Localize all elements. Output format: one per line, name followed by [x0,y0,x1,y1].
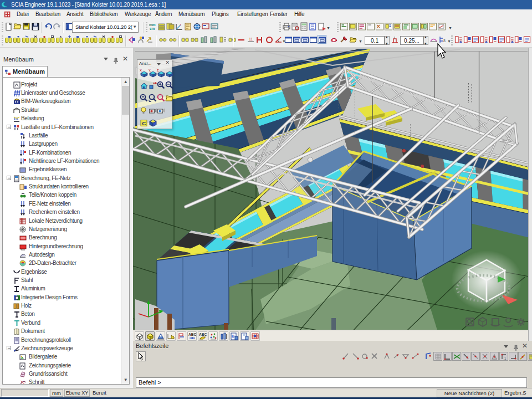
svg-text:B: B [232,334,234,338]
svg-text:ABC: ABC [188,332,196,336]
svg-text:11: 11 [249,37,253,41]
svg-text:8: 8 [443,39,446,43]
svg-text:Z.: Z. [157,69,160,72]
svg-text:X.: X. [140,69,143,72]
svg-text:1: 1 [504,357,507,360]
svg-text:Y.: Y. [149,69,151,72]
svg-text:C: C [142,120,146,126]
svg-text:ABC: ABC [199,332,207,336]
